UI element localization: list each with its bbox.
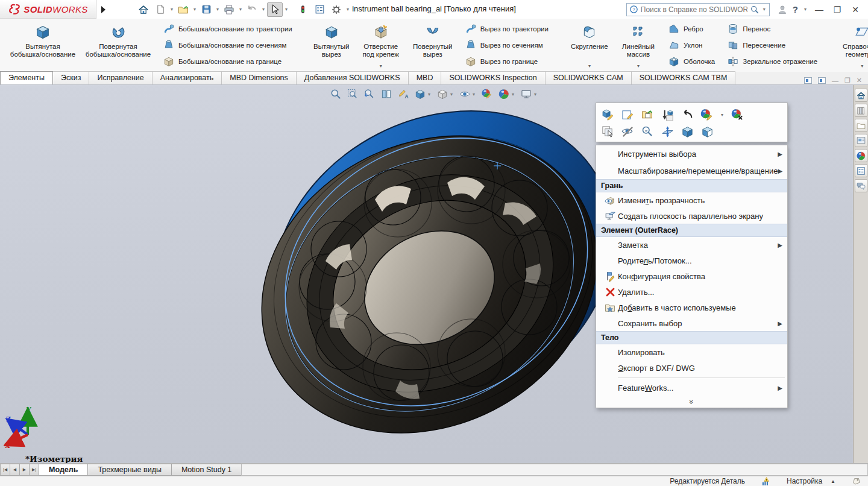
pane-minimize-icon[interactable]: — bbox=[832, 77, 838, 84]
hide-face-icon[interactable] bbox=[621, 125, 635, 139]
tab-motion-study[interactable]: Motion Study 1 bbox=[171, 464, 242, 476]
swept-cut-button[interactable]: Вырез по траектории bbox=[461, 22, 552, 36]
new-document-button[interactable] bbox=[153, 2, 168, 17]
customize-up-arrow[interactable]: ▲ bbox=[831, 479, 835, 484]
revolved-cut-button[interactable]: Повернутый вырез bbox=[407, 21, 459, 70]
intersect-button[interactable]: Пересечение bbox=[723, 38, 821, 52]
tab-evaluate[interactable]: Анализировать bbox=[152, 71, 222, 84]
dock-left-icon[interactable] bbox=[804, 77, 812, 84]
tab-3d-views[interactable]: Трехмерные виды bbox=[87, 464, 172, 476]
menu-create-plane-parallel[interactable]: Создать плоскость параллельно экрану bbox=[596, 208, 787, 224]
save-dropdown[interactable]: ▾ bbox=[215, 7, 220, 12]
open-drawing-icon[interactable] bbox=[641, 108, 655, 122]
linear-pattern-button[interactable]: Линейный массив ▾ bbox=[615, 21, 662, 70]
pane-close-icon[interactable]: ✕ bbox=[857, 77, 862, 84]
zoom-to-selection-icon[interactable]: = bbox=[641, 125, 655, 139]
draft-button[interactable]: Уклон bbox=[664, 38, 719, 52]
appearances-scenes-icon[interactable] bbox=[855, 149, 867, 162]
menu-change-transparency[interactable]: Изменить прозрачность bbox=[596, 192, 787, 208]
menu-add-to-favorites[interactable]: Добавить в часто используемые bbox=[596, 300, 787, 315]
tab-addins[interactable]: Добавления SOLIDWORKS bbox=[296, 71, 409, 84]
menu-save-selection[interactable]: Сохранить выбор▶ bbox=[596, 315, 787, 331]
select-tool-button[interactable] bbox=[267, 2, 283, 17]
minimize-button[interactable]: — bbox=[813, 5, 826, 14]
hole-wizard-dropdown[interactable]: ▾ bbox=[380, 63, 382, 69]
solidworks-logo[interactable]: SOLIDWORKS bbox=[0, 0, 96, 19]
login-person-icon[interactable] bbox=[777, 4, 788, 15]
menu-featureworks[interactable]: FeatureWorks...▶ bbox=[596, 380, 787, 396]
tab-mbd[interactable]: MBD bbox=[408, 71, 442, 84]
tag-icon[interactable] bbox=[851, 476, 862, 486]
menu-zoom-pan-rotate[interactable]: Масштабирование/перемещение/вращение▶ bbox=[596, 162, 787, 179]
close-button[interactable]: ✕ bbox=[849, 5, 862, 14]
linear-pattern-dropdown[interactable]: ▾ bbox=[637, 63, 640, 69]
menu-isolate[interactable]: Изолировать bbox=[596, 344, 787, 360]
properties-button[interactable] bbox=[312, 2, 327, 17]
menu-selection-tools[interactable]: Инструменты выбора▶ bbox=[596, 145, 787, 162]
extruded-boss-button[interactable]: Вытянутая бобышка/основание bbox=[6, 21, 80, 70]
help-dropdown[interactable]: ▾ bbox=[803, 7, 808, 12]
open-button[interactable] bbox=[175, 2, 191, 17]
menu-export-dxf-dwg[interactable]: Экспорт в DXF/ DWG bbox=[596, 360, 787, 376]
tab-repair[interactable]: Исправление bbox=[89, 71, 152, 84]
menu-flyout-arrow[interactable] bbox=[101, 6, 105, 13]
new-document-dropdown[interactable]: ▾ bbox=[169, 7, 174, 12]
tab-sketch[interactable]: Эскиз bbox=[52, 71, 89, 84]
view-palette-icon[interactable] bbox=[855, 134, 867, 147]
tab-cam-tbm[interactable]: SOLIDWORKS CAM TBM bbox=[631, 71, 736, 84]
design-library-icon[interactable] bbox=[855, 104, 867, 117]
menu-delete[interactable]: Удалить... bbox=[596, 284, 787, 300]
hole-wizard-button[interactable]: Отверстие под крепеж ▾ bbox=[355, 21, 407, 70]
fillet-dropdown[interactable]: ▾ bbox=[588, 63, 591, 69]
restore-button[interactable]: ❐ bbox=[831, 5, 844, 14]
lofted-boss-button[interactable]: Бобышка/основание по сечениям bbox=[159, 38, 296, 52]
dock-right-icon[interactable] bbox=[818, 77, 826, 84]
shell-button[interactable]: Оболочка bbox=[664, 54, 719, 69]
wrap-button[interactable]: Перенос bbox=[723, 22, 821, 36]
revolved-boss-button[interactable]: Повернутая бобышка/основание bbox=[80, 21, 157, 70]
taskpane-home-icon[interactable] bbox=[855, 89, 867, 102]
menu-parent-child[interactable]: Родитель/Потомок... bbox=[596, 253, 787, 268]
save-button[interactable] bbox=[198, 2, 214, 17]
file-explorer-icon[interactable] bbox=[855, 119, 867, 132]
tab-cam[interactable]: SOLIDWORKS CAM bbox=[545, 71, 632, 84]
fillet-button[interactable]: Скругление ▾ bbox=[564, 21, 615, 70]
model-ball-bearing[interactable] bbox=[235, 97, 645, 459]
lofted-cut-button[interactable]: Вырез по сечениям bbox=[461, 38, 552, 52]
tab-features[interactable]: Элементы bbox=[0, 71, 53, 84]
select-other-icon[interactable] bbox=[601, 125, 615, 139]
open-dropdown[interactable]: ▾ bbox=[192, 7, 197, 12]
rib-button[interactable]: Ребро bbox=[664, 22, 719, 36]
next-view-button[interactable]: ▶ bbox=[19, 464, 30, 476]
custom-properties-icon[interactable] bbox=[855, 164, 867, 177]
search-dropdown[interactable]: ▾ bbox=[762, 7, 767, 12]
options-dropdown[interactable]: ▾ bbox=[345, 7, 350, 12]
search-icon[interactable] bbox=[750, 5, 760, 14]
copy-appearance-icon[interactable] bbox=[731, 108, 744, 122]
edit-feature-icon[interactable] bbox=[601, 108, 615, 122]
search-input[interactable] bbox=[641, 5, 747, 14]
performance-pipeline-icon[interactable] bbox=[295, 2, 310, 17]
print-dropdown[interactable]: ▾ bbox=[238, 7, 243, 12]
undo-button[interactable] bbox=[244, 2, 260, 17]
extruded-cut-button[interactable]: Вытянутый вырез bbox=[308, 21, 355, 70]
home-button[interactable] bbox=[136, 2, 151, 17]
tab-inspection[interactable]: SOLIDWORKS Inspection bbox=[441, 71, 545, 84]
normal-to-icon[interactable] bbox=[661, 125, 675, 139]
suppress-icon[interactable] bbox=[661, 108, 675, 122]
options-gear-button[interactable] bbox=[329, 2, 344, 17]
reference-geometry-dropdown[interactable]: ▾ bbox=[861, 63, 863, 69]
mirror-button[interactable]: Зеркальное отражение bbox=[723, 54, 821, 69]
help-button[interactable]: ? bbox=[793, 4, 798, 14]
edit-sketch-icon[interactable] bbox=[621, 108, 635, 122]
first-view-button[interactable]: |◀ bbox=[0, 464, 10, 476]
rollback-icon[interactable] bbox=[681, 108, 694, 121]
menu-comment[interactable]: Заметка▶ bbox=[596, 237, 787, 253]
appearances-dropdown[interactable]: ▾ bbox=[720, 112, 725, 118]
status-customize-label[interactable]: Настройка bbox=[787, 477, 822, 485]
forum-icon[interactable] bbox=[855, 179, 867, 192]
appearances-icon[interactable] bbox=[700, 108, 714, 122]
boundary-boss-button[interactable]: Бобышка/основание на границе bbox=[159, 54, 296, 69]
swept-boss-button[interactable]: Бобышка/основание по траектории bbox=[159, 22, 296, 36]
pane-restore-icon[interactable]: ❐ bbox=[844, 77, 851, 84]
